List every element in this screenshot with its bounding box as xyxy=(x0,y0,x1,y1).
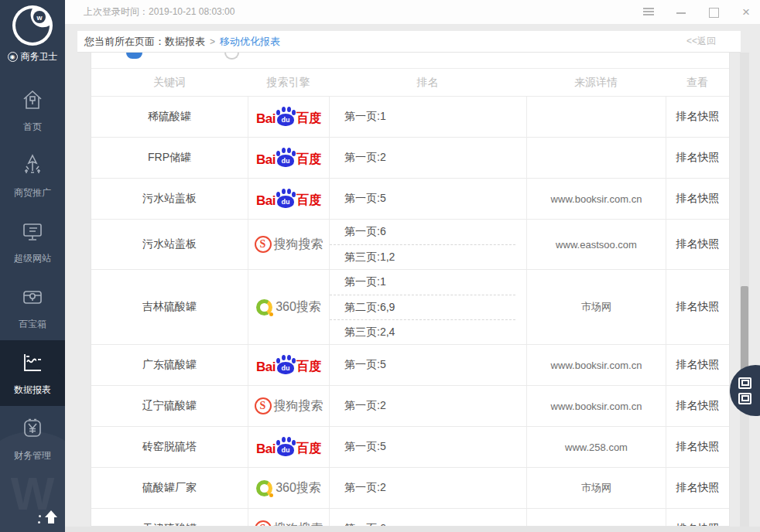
keyword-cell: 广东硫酸罐 xyxy=(91,345,248,385)
sidebar-item-home[interactable]: 首页 xyxy=(0,77,65,143)
source-cell: www.booksir.com.cn xyxy=(526,179,666,219)
nav-item-label: 数据报表 xyxy=(14,384,51,397)
view-cell: 排名快照 xyxy=(666,97,729,137)
snapshot-link[interactable]: 排名快照 xyxy=(676,440,720,454)
snapshot-link[interactable]: 排名快照 xyxy=(676,481,720,495)
view-cell: 排名快照 xyxy=(666,179,729,219)
app-logo: w xyxy=(0,0,65,47)
snapshot-link[interactable]: 排名快照 xyxy=(676,399,720,413)
brand-row: ◉ 商务卫士 xyxy=(0,50,65,63)
keyword-cell: 污水站盖板 xyxy=(91,179,248,219)
snapshot-link[interactable]: 排名快照 xyxy=(676,192,720,206)
table-row: 污水站盖板 S搜狗搜索 第一页:6第三页:1,2 www.eastsoo.com… xyxy=(91,219,729,269)
sidebar-item-website[interactable]: 超级网站 xyxy=(0,209,65,275)
scroll-up-button[interactable] xyxy=(40,509,60,529)
engine-cell: S搜狗搜索 xyxy=(248,386,329,426)
engine-cell: Baidu百度 xyxy=(248,179,329,219)
close-icon[interactable]: × xyxy=(740,6,752,19)
view-cell: 排名快照 xyxy=(666,386,729,426)
active-item-arrow xyxy=(58,365,65,379)
keyword-cell: 污水站盖板 xyxy=(91,220,248,269)
radio-selected-partial[interactable] xyxy=(126,53,142,59)
last-login-text: 上次登录时间：2019-10-21 08:03:00 xyxy=(84,5,235,19)
table-row: 天津硫酸罐 S搜狗搜索 第一页:6 www.eastsoo.com 排名快照 xyxy=(91,508,729,527)
table-row: 污水站盖板 Baidu百度 第一页:5 www.booksir.com.cn 排… xyxy=(91,178,729,219)
rank-value: 第一页:5 xyxy=(330,345,526,385)
rank-cell: 第一页:5 xyxy=(329,345,526,385)
keyword-cell: 吉林硫酸罐 xyxy=(91,270,248,344)
baidu-paw-icon: du xyxy=(276,437,296,457)
sidebar-item-toolbox[interactable]: 百宝箱 xyxy=(0,275,65,340)
baidu-paw-icon: du xyxy=(276,148,296,168)
rank-cell: 第一页:2 xyxy=(329,386,526,426)
rank-cell: 第一页:2 xyxy=(329,468,526,508)
brand-icon: ◉ xyxy=(8,52,18,62)
radio-unselected-partial[interactable] xyxy=(224,53,239,60)
column-header-3: 来源详情 xyxy=(526,69,666,96)
scrollbar-track[interactable] xyxy=(740,53,749,527)
menu-icon[interactable] xyxy=(642,6,655,19)
title-bar: 上次登录时间：2019-10-21 08:03:00 × xyxy=(65,0,760,24)
table-row: 稀硫酸罐 Baidu百度 第一页:1 排名快照 xyxy=(91,96,729,137)
back-link[interactable]: <<返回 xyxy=(686,35,716,48)
360-ring-icon xyxy=(256,480,272,496)
engine-cell: 360搜索 xyxy=(248,468,329,508)
breadcrumb-current-link[interactable]: 移动优化报表 xyxy=(220,35,280,49)
view-cell: 排名快照 xyxy=(666,427,729,467)
rank-cell: 第一页:6 xyxy=(329,509,526,527)
nav-item-label: 百宝箱 xyxy=(19,318,46,331)
source-cell xyxy=(526,138,666,178)
baidu-paw-icon: du xyxy=(276,107,296,127)
column-header-0: 关键词 xyxy=(91,69,248,96)
snapshot-link[interactable]: 排名快照 xyxy=(676,358,720,372)
snapshot-link[interactable]: 排名快照 xyxy=(676,151,720,165)
sogou-logo: S搜狗搜索 xyxy=(255,520,324,527)
baidu-logo: Baidu百度 xyxy=(256,437,321,457)
table-header-row: 关键词搜索引擎排名来源详情查看 xyxy=(91,69,729,96)
snapshot-link[interactable]: 排名快照 xyxy=(676,110,720,124)
rank-cell: 第一页:5 xyxy=(329,427,526,467)
source-cell: 市场网 xyxy=(526,468,666,508)
snapshot-link[interactable]: 排名快照 xyxy=(676,237,720,251)
engine-cell: Baidu百度 xyxy=(248,345,329,385)
sidebar-item-report[interactable]: 数据报表 xyxy=(0,340,65,406)
minimize-icon[interactable] xyxy=(675,6,687,19)
sidebar: w ◉ 商务卫士 首页 商贸推广 超级网站 百宝箱 数据报表 财务管理 W xyxy=(0,0,65,532)
table-body: 稀硫酸罐 Baidu百度 第一页:1 排名快照 FRP储罐 Baidu百度 第一… xyxy=(91,96,729,527)
view-cell: 排名快照 xyxy=(666,270,729,344)
breadcrumb-separator: > xyxy=(210,36,215,47)
sidebar-item-promote[interactable]: 商贸推广 xyxy=(0,143,65,209)
breadcrumb: 您当前所在页面：数据报表 > 移动优化报表 <<返回 xyxy=(77,31,741,53)
view-cell: 排名快照 xyxy=(666,138,729,178)
keyword-cell: 天津硫酸罐 xyxy=(91,509,248,527)
source-cell: 市场网 xyxy=(526,270,666,344)
rank-cell: 第一页:5 xyxy=(329,179,526,219)
column-header-1: 搜索引擎 xyxy=(248,69,329,96)
rank-cell: 第一页:1 xyxy=(329,97,526,137)
rank-value: 第一页:2 xyxy=(330,468,526,508)
snapshot-icon xyxy=(738,377,751,389)
floating-snapshot-widget[interactable] xyxy=(730,365,760,416)
view-cell: 排名快照 xyxy=(666,468,729,508)
table-row: 辽宁硫酸罐 S搜狗搜索 第一页:2 www.booksir.com.cn 排名快… xyxy=(91,385,729,426)
source-cell: www.booksir.com.cn xyxy=(526,386,666,426)
sogou-s-icon: S xyxy=(255,236,272,253)
keyword-cell: 辽宁硫酸罐 xyxy=(91,386,248,426)
source-cell xyxy=(526,97,666,137)
engine-cell: Baidu百度 xyxy=(248,138,329,178)
baidu-logo: Baidu百度 xyxy=(256,148,321,168)
column-header-2: 排名 xyxy=(329,69,526,96)
maximize-icon[interactable] xyxy=(707,6,720,19)
view-cell: 排名快照 xyxy=(666,220,729,269)
snapshot-link[interactable]: 排名快照 xyxy=(676,300,720,314)
360-logo: 360搜索 xyxy=(256,480,321,496)
brand-name: 商务卫士 xyxy=(21,50,58,63)
keyword-cell: 稀硫酸罐 xyxy=(91,97,248,137)
nav-item-label: 超级网站 xyxy=(14,252,51,265)
rank-value: 第一页:5 xyxy=(330,427,526,467)
scrollbar-thumb[interactable] xyxy=(741,286,748,377)
svg-text:w: w xyxy=(36,14,43,22)
baidu-logo: Baidu百度 xyxy=(256,355,321,375)
table-row: 广东硫酸罐 Baidu百度 第一页:5 www.booksir.com.cn 排… xyxy=(91,344,729,385)
window-controls: × xyxy=(642,0,752,24)
